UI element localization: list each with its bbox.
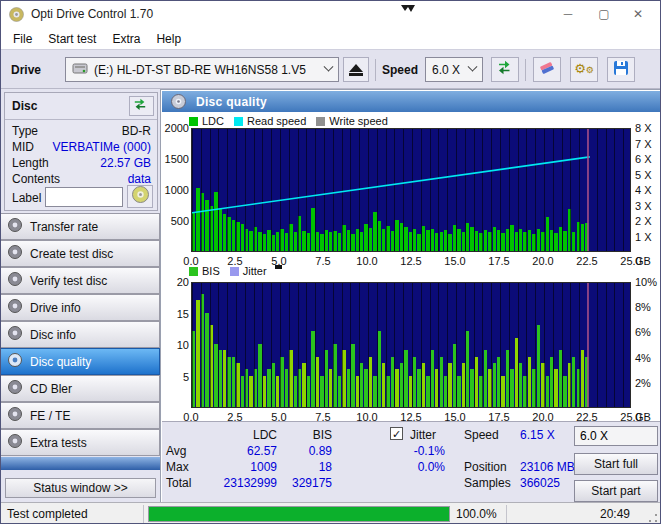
x-tick: 7.5 [303,255,343,267]
cd-icon [171,94,186,113]
drive-icon [72,62,88,78]
maximize-button[interactable]: ▢ [588,1,620,27]
eraser-icon [538,60,556,79]
speed-select[interactable]: 6.0 X [425,57,483,82]
gears-icon: ⚙⚙ [574,62,594,77]
disc-refresh-button[interactable] [129,96,154,116]
settings-button[interactable]: ⚙⚙ [570,57,598,82]
y-left-tick: 500 [149,215,189,227]
chart2-plot [191,282,631,408]
drive-select-value: (E:) HL-DT-ST BD-RE WH16NS58 1.V5 [94,63,306,77]
stats-speed-select[interactable]: 6.0 X [574,426,658,446]
refresh-icon [496,60,514,80]
sidebar-item-create-test-disc[interactable]: Create test disc [1,240,160,267]
disc-row-label: Contents [12,172,60,186]
sidebar-item-verify-test-disc[interactable]: Verify test disc [1,267,160,294]
sidebar-item-label: Transfer rate [30,220,98,234]
mouse-cursor [399,1,421,19]
chart1-legend: LDCRead speedWrite speed [179,115,388,127]
legend-swatch-read-speed [234,117,243,126]
stats-jitter-value: 0.0% [395,460,445,474]
disc-row-label: MID [12,140,34,154]
save-icon [613,60,629,80]
y-right-tick: 4 X [635,184,652,196]
toolbar: Drive (E:) HL-DT-ST BD-RE WH16NS58 1.V5 … [1,49,660,89]
sidebar-item-disc-info[interactable]: Disc info [1,321,160,348]
y-right-tick: 6 X [635,153,652,165]
status-window-button[interactable]: Status window >> [5,478,156,498]
drive-select[interactable]: (E:) HL-DT-ST BD-RE WH16NS58 1.V5 [65,57,339,82]
main-panel: Disc quality LDCRead speedWrite speed 50… [161,89,661,502]
x-tick: 17.5 [479,255,519,267]
start-full-button[interactable]: Start full [574,453,658,475]
menu-item-file[interactable]: File [5,30,40,48]
y-left-tick: 2000 [149,122,189,134]
disc-row-value: BD-R [122,124,151,138]
minimize-button[interactable]: ─ [552,1,584,27]
save-button[interactable] [607,57,635,82]
sidebar-item-disc-quality[interactable]: Disc quality [1,348,160,375]
legend-label: Read speed [247,115,306,127]
sidebar-item-label: Create test disc [30,247,113,261]
stats-bis-value: 18 [272,460,332,474]
erase-disc-button[interactable] [533,57,561,82]
legend-label: Jitter [243,265,267,277]
stats-info-value: 6.15 X [520,428,555,442]
stats-jitter-value: -0.1% [395,444,445,458]
eject-button[interactable] [343,57,369,82]
legend-label: Write speed [329,115,388,127]
disc-row-mid: MIDVERBATIMe (000) [12,140,151,155]
disc-row-value: VERBATIMe (000) [53,140,151,154]
y-left-tick: 10 [149,339,189,351]
y-left-tick: 1000 [149,184,189,196]
divider [5,119,157,120]
status-bar: Test completed 100.0% 20:49 [1,502,660,524]
y-left-tick: 5 [149,371,189,383]
y-right-tick: 6% [635,326,651,338]
app-window: Opti Drive Control 1.70 ─ ▢ ✕ FileStart … [0,0,661,524]
disc-row-value: 22.57 GB [100,156,151,170]
resize-grip[interactable] [648,513,658,523]
statusbar-separator [143,505,144,524]
statusbar-separator [506,505,507,524]
sidebar-item-extra-tests[interactable]: Extra tests [1,429,160,456]
cd-icon [132,186,149,207]
sidebar-item-drive-info[interactable]: Drive info [1,294,160,321]
sidebar-item-label: Drive info [30,301,81,315]
sidebar-item-transfer-rate[interactable]: Transfer rate [1,213,160,240]
toolbar-separator [525,59,526,81]
label-input[interactable] [45,187,123,207]
app-disc-icon [9,7,24,22]
speed-select-value: 6.0 X [432,63,460,77]
sidebar-item-cd-bler[interactable]: CD Bler [1,375,160,402]
cd-icon [8,218,22,235]
menu-item-extra[interactable]: Extra [104,30,148,48]
disc-info-box: Disc TypeBD-RMIDVERBATIMe (000)Length22.… [4,92,158,211]
toolbar-separator [375,59,376,81]
refresh-button[interactable] [491,57,519,82]
y-right-tick: 5 X [635,169,652,181]
speed-label: Speed [382,63,418,77]
window-title: Opti Drive Control 1.70 [31,7,153,21]
jitter-checkbox[interactable]: ✓ [390,427,403,440]
stats-speed-select-value: 6.0 X [580,429,608,443]
chevron-down-icon [468,62,478,72]
disc-row-length: Length22.57 GB [12,156,151,171]
close-button[interactable]: ✕ [622,1,654,27]
cd-icon [8,245,22,262]
chart2-legend: BISJitter [179,265,282,277]
stats-panel: LDCBISAvg62.570.89-0.1%Max1009180.0%Tota… [162,421,660,502]
status-text: Test completed [7,507,88,521]
y-right-tick: 7 X [635,138,652,150]
stats-ldc-value: 23132999 [197,476,277,490]
disc-quality-header: Disc quality [162,91,660,112]
menu-item-help[interactable]: Help [148,30,189,48]
start-part-button[interactable]: Start part [574,480,658,502]
left-panel: Disc TypeBD-RMIDVERBATIMe (000)Length22.… [1,89,161,502]
disc-box-title: Disc [12,99,37,113]
menu-item-start-test[interactable]: Start test [40,30,104,48]
stats-info-label: Speed [464,428,499,442]
sidebar-item-fe-te[interactable]: FE / TE [1,402,160,429]
stats-info-label: Samples [464,476,511,490]
y-right-tick: 8 X [635,122,652,134]
